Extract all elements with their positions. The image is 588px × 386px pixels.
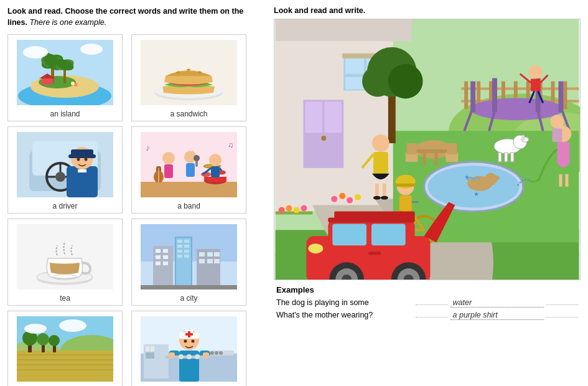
svg-rect-44 xyxy=(204,177,226,182)
svg-point-232 xyxy=(521,135,525,141)
svg-point-181 xyxy=(492,176,500,181)
svg-rect-71 xyxy=(177,240,182,243)
dotted-line-1b xyxy=(546,304,579,305)
example-row-2: What's the mother wearing? a purple shir… xyxy=(276,311,581,320)
svg-point-216 xyxy=(373,196,381,200)
example-question-2: What's the mother wearing? xyxy=(276,311,413,319)
svg-point-52 xyxy=(162,152,175,164)
svg-point-110 xyxy=(24,324,47,334)
svg-rect-142 xyxy=(464,82,468,110)
svg-rect-83 xyxy=(163,255,168,259)
svg-rect-37 xyxy=(68,154,96,158)
svg-rect-75 xyxy=(177,250,182,253)
svg-rect-213 xyxy=(373,152,388,174)
svg-rect-76 xyxy=(184,250,189,253)
city-image-area xyxy=(134,222,243,292)
svg-rect-209 xyxy=(399,195,412,211)
dotted-line-1 xyxy=(416,304,448,305)
instructions-text1: Look and read. Choose the correct words … xyxy=(7,7,243,16)
svg-rect-184 xyxy=(423,153,426,166)
svg-rect-42 xyxy=(141,182,237,197)
svg-rect-81 xyxy=(163,249,168,253)
driver-image-area xyxy=(11,129,119,200)
svg-rect-214 xyxy=(375,184,379,197)
svg-rect-40 xyxy=(78,169,86,172)
svg-rect-234 xyxy=(505,153,508,162)
driver-label: a driver xyxy=(52,202,77,212)
island-label: an island xyxy=(50,110,80,120)
svg-point-255 xyxy=(294,207,300,214)
svg-point-106 xyxy=(37,333,49,346)
svg-point-118 xyxy=(210,351,214,355)
example-answer-2: a purple shirt xyxy=(450,311,544,320)
svg-point-136 xyxy=(195,354,200,359)
dotted-line-2b xyxy=(546,317,579,318)
svg-rect-116 xyxy=(146,352,154,359)
svg-rect-72 xyxy=(184,240,189,243)
sandwich-image-area xyxy=(134,37,243,108)
city-illustration xyxy=(141,224,237,290)
svg-rect-77 xyxy=(177,255,182,258)
svg-point-212 xyxy=(372,134,390,152)
example-row-1: The dog is playing in some water xyxy=(276,298,581,308)
svg-point-120 xyxy=(219,351,223,355)
svg-point-134 xyxy=(179,354,184,359)
svg-point-108 xyxy=(49,335,60,346)
svg-rect-243 xyxy=(334,212,414,219)
nurse-illustration xyxy=(141,316,237,382)
svg-point-39 xyxy=(85,158,88,161)
svg-rect-237 xyxy=(553,128,562,142)
field-illustration xyxy=(17,316,113,382)
svg-rect-49 xyxy=(211,166,220,177)
svg-rect-220 xyxy=(531,79,541,92)
svg-rect-226 xyxy=(558,142,570,161)
svg-rect-93 xyxy=(141,285,237,290)
svg-point-16 xyxy=(80,44,103,55)
svg-rect-235 xyxy=(511,153,514,162)
svg-rect-241 xyxy=(371,224,406,245)
example-question-1: The dog is playing in some xyxy=(276,298,413,307)
dotted-line-2 xyxy=(416,317,448,318)
example-answer-1: water xyxy=(450,298,544,308)
examples-title: Examples xyxy=(276,285,581,294)
svg-rect-78 xyxy=(184,255,189,258)
instructions-text2: lines. xyxy=(7,18,27,27)
svg-rect-82 xyxy=(156,255,161,259)
svg-rect-91 xyxy=(207,259,213,263)
svg-rect-154 xyxy=(345,59,364,74)
svg-point-24 xyxy=(187,69,190,71)
vocab-grid: an island xyxy=(7,34,250,386)
svg-point-193 xyxy=(388,64,423,99)
city-label: a city xyxy=(180,294,197,304)
vocab-card-sandwich: a sandwich xyxy=(131,34,246,121)
svg-point-15 xyxy=(23,46,48,59)
driver-illustration xyxy=(17,132,113,197)
vocab-card-tea: tea xyxy=(7,219,123,306)
vocab-card-city: a city xyxy=(131,219,246,306)
svg-point-217 xyxy=(381,196,388,200)
svg-point-162 xyxy=(321,136,326,141)
svg-rect-88 xyxy=(207,252,213,257)
svg-point-166 xyxy=(470,98,563,120)
svg-rect-132 xyxy=(169,352,175,357)
svg-rect-152 xyxy=(276,19,412,41)
svg-rect-215 xyxy=(383,184,386,197)
left-section: Look and read. Choose the correct words … xyxy=(7,6,269,380)
band-illustration: ♪ ♫ xyxy=(141,132,237,197)
svg-rect-80 xyxy=(156,249,161,253)
svg-point-135 xyxy=(187,354,192,359)
svg-rect-11 xyxy=(42,78,53,85)
svg-text:♫: ♫ xyxy=(228,141,233,149)
svg-rect-208 xyxy=(396,184,416,187)
sandwich-label: a sandwich xyxy=(170,110,207,120)
svg-point-60 xyxy=(194,155,200,161)
svg-rect-84 xyxy=(156,261,161,265)
vocab-card-island: an island xyxy=(7,34,123,121)
vocab-card-nurse: a nurse xyxy=(131,311,246,386)
svg-point-254 xyxy=(286,205,292,212)
svg-rect-115 xyxy=(151,346,154,351)
instructions-text3: There is one example. xyxy=(29,18,106,27)
svg-point-127 xyxy=(184,340,187,343)
scene-illustration: ★ ★ xyxy=(274,19,580,280)
svg-rect-133 xyxy=(203,352,209,357)
